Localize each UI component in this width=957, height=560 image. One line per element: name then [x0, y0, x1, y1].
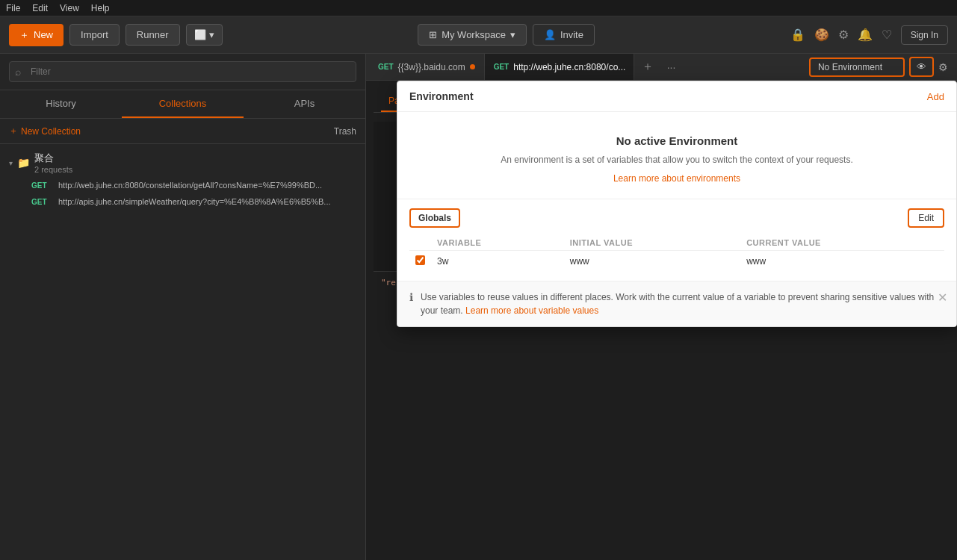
col-initial: INITIAL VALUE — [564, 235, 740, 251]
new-collection-label: New Collection — [21, 126, 81, 137]
new-collection-button[interactable]: ＋ New Collection — [9, 125, 81, 137]
info-icon: ℹ — [409, 291, 413, 303]
request-item-0[interactable]: GET http://web.juhe.cn:8080/constellatio… — [9, 177, 356, 193]
request-url-0: http://web.juhe.cn:8080/constellation/ge… — [58, 181, 322, 190]
method-badge-1: GET — [31, 198, 52, 206]
tab-item-1[interactable]: GET http://web.juhe.cn:8080/co... ✕ — [485, 54, 634, 80]
plus-icon: ＋ — [9, 125, 18, 137]
tab-history[interactable]: History — [0, 90, 122, 118]
toolbar-center: ⊞ My Workspace ▾ 👤 Invite — [229, 24, 784, 46]
search-wrap — [9, 61, 356, 82]
collection-name: 聚合 — [34, 152, 72, 165]
collection-count: 2 requests — [34, 165, 72, 174]
user-icon: 👤 — [544, 29, 556, 40]
collection-header[interactable]: ▾ 📁 聚合 2 requests — [9, 149, 356, 177]
menu-edit[interactable]: Edit — [32, 3, 48, 13]
tab-url-0: {{3w}}.baidu.com — [398, 62, 465, 72]
row-current-0: www — [740, 251, 944, 273]
content-area: GET {{3w}}.baidu.com GET http://web.juhe… — [366, 54, 957, 560]
sidebar-actions: ＋ New Collection Trash — [0, 119, 365, 144]
overlay-title: Environment — [409, 90, 474, 102]
chevron-down-icon: ▾ — [510, 29, 515, 40]
import-button[interactable]: Import — [69, 24, 120, 46]
capture-button[interactable]: ⬜ ▾ — [186, 24, 223, 46]
request-url-1: http://apis.juhe.cn/simpleWeather/query?… — [58, 197, 331, 206]
plus-icon: ＋ — [19, 28, 29, 42]
settings-icon[interactable]: ⚙ — [838, 28, 849, 42]
env-area: No Environment 👁 ⚙ — [809, 57, 954, 77]
heart-icon[interactable]: ♡ — [882, 28, 892, 42]
sidebar: History Collections APIs ＋ New Collectio… — [0, 54, 366, 560]
new-label: New — [34, 29, 53, 40]
overlay-add-button[interactable]: Add — [927, 91, 944, 102]
bell-icon[interactable]: 🔔 — [858, 28, 873, 42]
globals-header: Globals Edit — [409, 208, 944, 228]
sidebar-search-area — [0, 54, 365, 90]
main-layout: History Collections APIs ＋ New Collectio… — [0, 54, 957, 560]
tip-close-button[interactable]: ✕ — [938, 290, 947, 305]
no-env-desc: An environment is a set of variables tha… — [412, 153, 941, 167]
chevron-down-icon: ▾ — [209, 29, 214, 40]
col-check — [409, 235, 431, 251]
overlay-header: Environment Add — [397, 81, 956, 112]
request-item-1[interactable]: GET http://apis.juhe.cn/simpleWeather/qu… — [9, 193, 356, 210]
workspace-button[interactable]: ⊞ My Workspace ▾ — [418, 24, 527, 46]
tab-dot-0 — [470, 64, 475, 69]
menu-bar: File Edit View Help — [0, 0, 957, 16]
search-input[interactable] — [9, 61, 356, 82]
row-checkbox-0[interactable] — [415, 255, 425, 265]
tab-add-button[interactable]: ＋ — [634, 59, 661, 75]
toolbar-right: 🔒 🍪 ⚙ 🔔 ♡ Sign In — [790, 25, 948, 45]
invite-button[interactable]: 👤 Invite — [533, 24, 595, 46]
tab-item-0[interactable]: GET {{3w}}.baidu.com — [369, 54, 485, 80]
cookie-icon[interactable]: 🍪 — [814, 28, 829, 42]
env-eye-button[interactable]: 👁 — [909, 57, 934, 77]
globals-label[interactable]: Globals — [409, 208, 460, 228]
tab-url-1: http://web.juhe.cn:8080/co... — [513, 62, 625, 72]
tab-method-1: GET — [494, 63, 510, 71]
sidebar-tabs: History Collections APIs — [0, 90, 365, 119]
globals-table: VARIABLE INITIAL VALUE CURRENT VALUE 3w … — [409, 235, 944, 272]
learn-more-env-link[interactable]: Learn more about environments — [613, 173, 740, 184]
toolbar: ＋ New Import Runner ⬜ ▾ ⊞ My Workspace ▾… — [0, 16, 957, 54]
row-initial-0: www — [564, 251, 740, 273]
row-variable-0: 3w — [431, 251, 564, 273]
tip-text: Use variables to reuse values in differe… — [421, 290, 944, 317]
tab-collections[interactable]: Collections — [122, 90, 244, 118]
globals-row-0: 3w www www — [409, 251, 944, 273]
no-env-section: No active Environment An environment is … — [397, 112, 956, 199]
no-env-title: No active Environment — [412, 134, 941, 147]
tip-link[interactable]: Learn more about variable values — [465, 305, 598, 316]
method-badge-0: GET — [31, 181, 52, 190]
row-check-0[interactable] — [409, 251, 431, 273]
tip-section: ℹ Use variables to reuse values in diffe… — [397, 281, 956, 326]
menu-help[interactable]: Help — [91, 3, 110, 13]
runner-button[interactable]: Runner — [126, 24, 180, 46]
new-button[interactable]: ＋ New — [9, 24, 64, 46]
sign-in-button[interactable]: Sign In — [901, 25, 948, 45]
tab-method-0: GET — [378, 63, 394, 71]
environment-panel: Environment Add No active Environment An… — [397, 81, 957, 327]
collection-item: ▾ 📁 聚合 2 requests GET http://web.juhe.cn… — [0, 144, 365, 214]
grid-icon: ⊞ — [429, 29, 437, 40]
satellite-icon[interactable]: 🔒 — [790, 28, 805, 42]
trash-button[interactable]: Trash — [334, 126, 356, 137]
folder-icon: 📁 — [17, 157, 30, 169]
globals-section: Globals Edit VARIABLE INITIAL VALUE CURR… — [397, 199, 956, 281]
workspace-label: My Workspace — [442, 29, 506, 40]
tab-apis[interactable]: APIs — [244, 90, 365, 118]
tabs-row: GET {{3w}}.baidu.com GET http://web.juhe… — [366, 54, 957, 81]
menu-view[interactable]: View — [60, 3, 79, 13]
col-current: CURRENT VALUE — [740, 235, 944, 251]
globals-edit-button[interactable]: Edit — [908, 208, 944, 228]
col-variable: VARIABLE — [431, 235, 564, 251]
chevron-icon: ▾ — [9, 159, 13, 167]
env-dropdown[interactable]: No Environment — [809, 57, 905, 77]
tab-more-button[interactable]: ··· — [661, 61, 682, 73]
menu-file[interactable]: File — [6, 3, 20, 13]
invite-label: Invite — [560, 29, 583, 40]
monitor-icon: ⬜ — [194, 29, 206, 40]
env-settings-button[interactable]: ⚙ — [938, 61, 948, 73]
